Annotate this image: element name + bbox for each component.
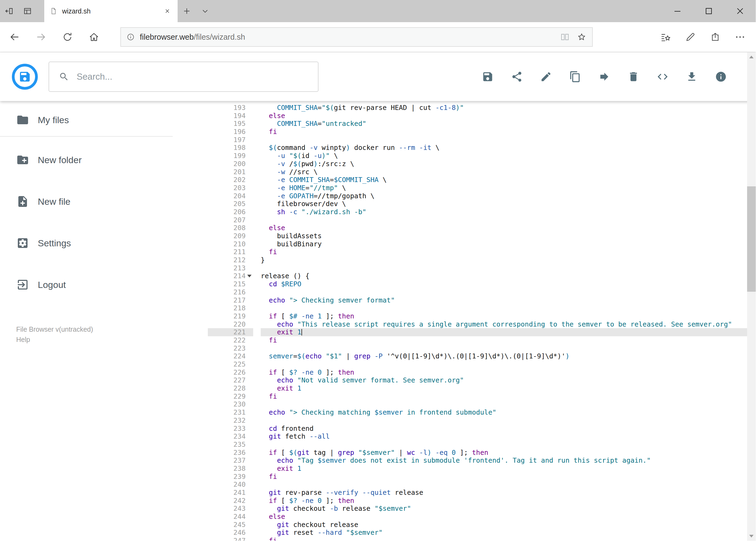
fold-arrow-icon[interactable] [247, 275, 252, 277]
code-line[interactable]: fi [261, 473, 756, 481]
code-line[interactable]: release () { [261, 272, 756, 280]
code-line[interactable]: fi [261, 128, 756, 136]
code-line[interactable]: if [ $# -ne 1 ]; then [261, 312, 756, 320]
scrollbar[interactable] [747, 52, 756, 541]
code-line[interactable]: } [261, 256, 756, 264]
back-button[interactable] [4, 26, 25, 48]
scrollbar-thumb[interactable] [747, 186, 756, 292]
info-button[interactable] [710, 66, 732, 88]
search-input[interactable] [77, 72, 308, 82]
code-line[interactable] [261, 400, 756, 408]
code-line[interactable]: if [ $? -ne 0 ]; then [261, 368, 756, 376]
code-line[interactable]: fi [261, 336, 756, 344]
code-line[interactable]: if [ $(git tag | grep "$semver" | wc -l)… [261, 449, 756, 457]
settings-more-button[interactable] [729, 26, 751, 48]
code-line[interactable]: -e GOPATH=//tmp/gopath \ [261, 192, 756, 200]
code-line[interactable]: cd $REPO [261, 280, 756, 288]
favorite-star-button[interactable] [577, 32, 587, 42]
code-line[interactable]: fi [261, 392, 756, 400]
code-line[interactable] [261, 360, 756, 368]
code-line[interactable]: exit 1 [261, 384, 756, 392]
web-note-button[interactable] [680, 26, 701, 48]
save-button[interactable] [477, 66, 499, 88]
code-line[interactable]: echo "Not valid semver format. See semve… [261, 376, 756, 384]
new-tab-button[interactable] [177, 0, 196, 22]
download-button[interactable] [681, 66, 703, 88]
code-line[interactable] [261, 288, 756, 296]
tabs-preview-button[interactable] [18, 0, 37, 22]
sidebar-item-settings[interactable]: Settings [0, 230, 208, 257]
code-line[interactable]: -e COMMIT_SHA=$COMMIT_SHA \ [261, 176, 756, 184]
scroll-down-button[interactable] [747, 532, 756, 541]
copy-button[interactable] [564, 66, 586, 88]
code-line[interactable]: git reset --hard "$semver" [261, 529, 756, 537]
tab-preview-chevron-button[interactable] [196, 0, 214, 22]
code-line[interactable] [261, 304, 756, 312]
code-line[interactable]: echo "> Checking matching $semver in fro… [261, 408, 756, 416]
code-line[interactable]: else [261, 224, 756, 232]
active-tab[interactable]: wizard.sh [44, 0, 177, 22]
reading-view-button[interactable] [560, 32, 570, 42]
code-line[interactable]: buildAssets [261, 232, 756, 240]
code-line[interactable]: COMMIT_SHA="untracked" [261, 120, 756, 128]
code-line[interactable] [261, 440, 756, 449]
code-line[interactable] [261, 216, 756, 224]
code-line[interactable]: -u "$(id -u)" \ [261, 152, 756, 160]
refresh-button[interactable] [57, 26, 78, 48]
code-line[interactable]: fi [261, 248, 756, 256]
code-line[interactable]: echo "> Checking semver format" [261, 296, 756, 304]
code-line[interactable]: buildBinary [261, 240, 756, 248]
code-line[interactable]: git rev-parse --verify --quiet release [261, 489, 756, 497]
code-line[interactable]: -v /$(pwd):/src:z \ [261, 160, 756, 168]
close-button[interactable] [724, 0, 756, 22]
code-line[interactable]: echo "Tag $semver does not exist in subm… [261, 456, 756, 465]
sidebar-item-my-files[interactable]: My files [0, 106, 208, 134]
code-line[interactable]: COMMIT_SHA="$(git rev-parse HEAD | cut -… [261, 104, 756, 112]
code-line[interactable]: git fetch --all [261, 432, 756, 440]
code-line[interactable] [261, 264, 756, 272]
editor-code[interactable]: COMMIT_SHA="$(git rev-parse HEAD | cut -… [253, 104, 756, 541]
scroll-up-button[interactable] [747, 52, 756, 62]
tab-close-button[interactable] [162, 6, 172, 16]
code-line[interactable]: semver=$(echo "$1" | grep -P '^v(0|[1-9]… [261, 352, 756, 360]
code-button[interactable] [651, 66, 674, 88]
code-line[interactable] [261, 480, 756, 489]
code-line[interactable]: filebrowser/dev \ [261, 200, 756, 208]
code-line[interactable]: $(command -v winpty) docker run --rm -it… [261, 144, 756, 152]
edit-button[interactable] [535, 66, 557, 88]
code-line[interactable]: -w //src \ [261, 168, 756, 176]
code-line[interactable]: git checkout -b release "$semver" [261, 505, 756, 513]
address-bar[interactable]: filebrowser.web/files/wizard.sh [121, 27, 593, 47]
help-link[interactable]: Help [16, 334, 208, 345]
favorites-hub-button[interactable] [655, 26, 676, 48]
share-page-button[interactable] [704, 26, 726, 48]
code-line[interactable]: echo "This release script requires a sin… [261, 320, 756, 328]
search-box[interactable] [49, 62, 319, 92]
code-line[interactable]: fi [261, 537, 756, 541]
code-line[interactable]: exit 1 [261, 328, 756, 336]
code-line[interactable]: cd frontend [261, 425, 756, 433]
forward-button[interactable] [30, 26, 52, 48]
code-editor[interactable]: 1931941951961971981992002012022032042052… [208, 101, 756, 541]
code-line[interactable] [261, 136, 756, 144]
code-line[interactable] [261, 344, 756, 352]
filebrowser-logo[interactable] [12, 64, 38, 90]
code-line[interactable]: sh -c "./wizard.sh -b" [261, 208, 756, 216]
share-button[interactable] [506, 66, 528, 88]
code-line[interactable] [261, 416, 756, 425]
code-line[interactable]: exit 1 [261, 465, 756, 473]
code-line[interactable]: git checkout release [261, 521, 756, 529]
code-line[interactable]: else [261, 513, 756, 521]
minimize-button[interactable] [662, 0, 693, 22]
code-line[interactable]: else [261, 112, 756, 120]
set-aside-tabs-button[interactable] [0, 0, 18, 22]
sidebar-item-new-folder[interactable]: New folder [0, 146, 208, 174]
site-info-icon[interactable] [126, 33, 135, 41]
sidebar-item-logout[interactable]: Logout [0, 271, 208, 298]
sidebar-item-new-file[interactable]: New file [0, 188, 208, 215]
maximize-button[interactable] [693, 0, 724, 22]
move-button[interactable] [593, 66, 616, 88]
code-line[interactable]: -e HOME="//tmp" \ [261, 184, 756, 192]
home-button[interactable] [83, 26, 105, 48]
delete-button[interactable] [623, 66, 644, 88]
